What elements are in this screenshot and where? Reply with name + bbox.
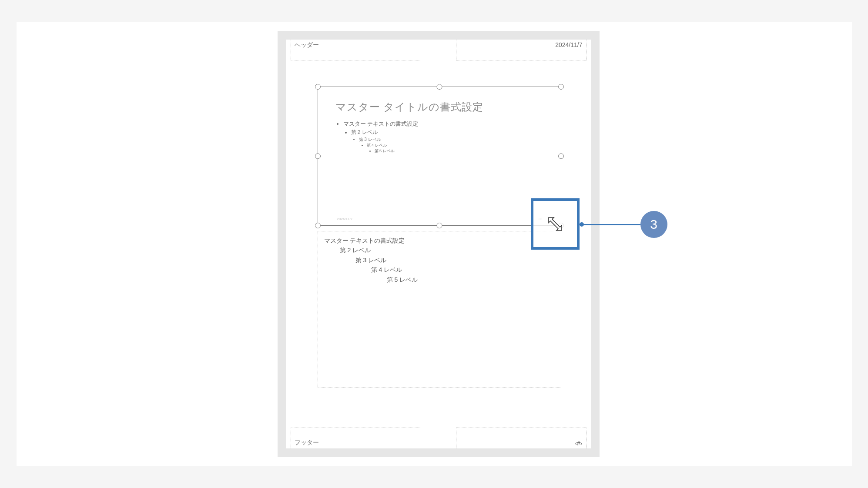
resize-handle-s[interactable]	[436, 223, 442, 228]
notes-l1: マスター テキストの書式設定	[324, 236, 555, 245]
footer-left-placeholder[interactable]: フッター	[291, 428, 421, 448]
header-date-placeholder[interactable]: 2024/11/7	[456, 40, 586, 60]
resize-handle-e[interactable]	[558, 154, 564, 159]
footer-pagenum-text: ‹#›	[575, 440, 582, 447]
footer-pagenum-placeholder[interactable]: ‹#›	[456, 428, 586, 448]
bullet-l3: 第 3 レベル	[359, 137, 381, 142]
resize-diagonal-cursor-icon	[546, 215, 564, 233]
header-left-placeholder[interactable]: ヘッダー	[291, 40, 421, 60]
step-number-text: 3	[650, 217, 657, 232]
callout-connector-line	[582, 224, 640, 225]
header-left-text: ヘッダー	[295, 41, 319, 49]
bullet-l4: 第 4 レベル	[367, 143, 387, 147]
slide-master-bullets: マスター テキストの書式設定 第 2 レベル 第 3 レベル 第 4 レベル 第…	[335, 120, 419, 154]
app-canvas: ヘッダー 2024/11/7 マスター タイトルの書式設定 マスター テキストの…	[17, 22, 852, 466]
footer-left-text: フッター	[295, 439, 319, 447]
resize-handle-nw[interactable]	[315, 84, 321, 90]
resize-handle-n[interactable]	[436, 84, 442, 90]
notes-l4: 第 4 レベル	[371, 265, 555, 274]
resize-handle-ne[interactable]	[558, 84, 564, 90]
resize-handle-sw[interactable]	[315, 223, 321, 228]
notes-l3: 第 3 レベル	[355, 255, 555, 265]
resize-handle-w[interactable]	[315, 154, 321, 159]
bullet-l1: マスター テキストの書式設定	[343, 120, 419, 127]
notes-body-placeholder[interactable]: マスター テキストの書式設定 第 2 レベル 第 3 レベル 第 4 レベル 第…	[318, 231, 561, 388]
slide-image-placeholder[interactable]: マスター タイトルの書式設定 マスター テキストの書式設定 第 2 レベル 第 …	[318, 87, 561, 226]
callout-highlight-box	[531, 198, 580, 250]
step-number-badge: 3	[640, 211, 667, 238]
bullet-l2: 第 2 レベル	[351, 129, 378, 135]
slide-footer-date: 2024/11/7	[337, 217, 353, 221]
notes-l2: 第 2 レベル	[340, 245, 555, 255]
header-date-text: 2024/11/7	[555, 41, 582, 48]
bullet-l5: 第 5 レベル	[375, 149, 395, 153]
notes-l5: 第 5 レベル	[387, 275, 555, 284]
slide-master-title: マスター タイトルの書式設定	[335, 100, 484, 114]
